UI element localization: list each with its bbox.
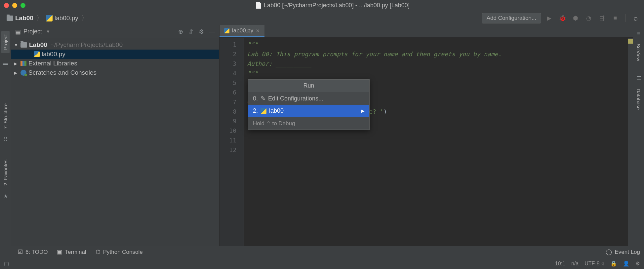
statusbar: ▢ 10:1 n/a UTF-8 ⇅ 🔒 👤 ⚙: [0, 258, 644, 269]
line-number: 1: [221, 40, 236, 49]
breadcrumb-file[interactable]: lab00.py: [55, 15, 78, 22]
python-file-icon: [46, 15, 53, 21]
rail-sciview-tab[interactable]: SciView: [636, 44, 641, 61]
line-number: 4: [221, 68, 236, 78]
inspector-icon[interactable]: 👤: [623, 260, 629, 267]
status-caret-position[interactable]: 10:1: [555, 261, 565, 267]
line-number: 8: [221, 107, 236, 116]
tree-root[interactable]: Lab00 ~/PycharmProjects/Lab00: [11, 40, 219, 50]
tree-file-lab00[interactable]: lab00.py: [11, 50, 219, 59]
main: Project ▬ 7: Structure ⠿ 2: Favorites ★ …: [0, 25, 644, 246]
window-title: Lab00 [~/PycharmProjects/Lab00] - .../la…: [25, 2, 640, 9]
chevron-down-icon[interactable]: ▼: [46, 29, 50, 34]
collapse-all-icon[interactable]: ⇵: [188, 28, 193, 35]
chevron-right-icon: ▶: [361, 108, 365, 113]
coverage-icon[interactable]: ⬢: [572, 15, 579, 22]
python-icon: ⌬: [96, 249, 101, 255]
minimize-window-button[interactable]: [12, 3, 17, 8]
file-icon: [256, 2, 261, 9]
stop-icon[interactable]: ■: [612, 15, 619, 22]
scrollbar[interactable]: [628, 38, 633, 246]
status-encoding[interactable]: UTF-8 ⇅: [584, 261, 604, 267]
run-popup: Run 0. ✎ Edit Configurations... 2. lab00…: [248, 79, 370, 130]
locate-icon[interactable]: ⊕: [178, 28, 183, 35]
gear-icon[interactable]: ⚙: [199, 28, 204, 35]
toolbar: Lab00 〉 lab00.py 〉 Add Configuration... …: [0, 11, 644, 25]
popup-edit-configurations[interactable]: 0. ✎ Edit Configurations...: [248, 92, 369, 105]
popup-run-lab00[interactable]: 2. lab00 ▶: [248, 105, 369, 117]
code-line: Author: __________: [247, 60, 312, 67]
status-line-separator[interactable]: n/a: [571, 261, 579, 267]
line-number: 11: [221, 135, 236, 145]
close-icon[interactable]: ✕: [256, 28, 260, 33]
chevron-right-icon[interactable]: [14, 61, 19, 66]
add-configuration-button[interactable]: Add Configuration...: [482, 13, 541, 23]
todo-label: 6: TODO: [25, 249, 48, 255]
toolbar-divider: [625, 14, 625, 22]
tree-root-name: Lab00: [29, 41, 47, 49]
sciview-icon: ≡: [637, 30, 640, 36]
structure-icon: ⠿: [4, 136, 8, 142]
rail-database-tab[interactable]: Database: [636, 89, 641, 110]
event-log-icon: ◯: [606, 249, 612, 255]
project-panel-title-text: Project: [23, 28, 42, 35]
rail-project-tab[interactable]: Project: [1, 31, 10, 53]
editor-tab-lab00[interactable]: lab00.py ✕: [220, 25, 264, 37]
scrollbar-warning-marker[interactable]: [628, 39, 633, 44]
window-title-text: Lab00 [~/PycharmProjects/Lab00] - .../la…: [264, 2, 410, 9]
search-icon[interactable]: ⌕: [632, 15, 639, 22]
project-panel-title[interactable]: ▤ Project ▼: [15, 28, 50, 35]
chevron-right-icon[interactable]: [14, 70, 19, 75]
tree-scratches[interactable]: Scratches and Consoles: [11, 68, 219, 77]
lock-icon[interactable]: 🔒: [610, 260, 617, 267]
tree-external-libraries[interactable]: External Libraries: [11, 59, 219, 68]
status-gear-icon[interactable]: ⚙: [635, 260, 640, 267]
run-icon[interactable]: ▶: [545, 15, 553, 22]
profile-icon[interactable]: ◔: [585, 15, 592, 22]
editor-body[interactable]: 1 2 3 4 5 6 7 8 9 10 11 12 """ Lab 00: T…: [220, 38, 633, 246]
left-tool-rail: Project ▬ 7: Structure ⠿ 2: Favorites ★: [0, 25, 11, 246]
chevron-down-icon[interactable]: [14, 43, 19, 48]
code-line: """: [247, 70, 258, 77]
status-encoding-text: UTF-8: [584, 261, 599, 266]
popup-item-label: lab00: [269, 107, 284, 114]
editor-tab-label: lab00.py: [232, 27, 253, 34]
close-window-button[interactable]: [4, 3, 9, 8]
line-number: 3: [221, 59, 236, 68]
rail-structure-tab[interactable]: 7: Structure: [3, 103, 8, 129]
event-log-tab[interactable]: ◯ Event Log: [606, 249, 640, 255]
status-show-windows-icon[interactable]: ▢: [4, 260, 9, 267]
rail-favorites-tab[interactable]: 2: Favorites: [3, 160, 8, 185]
debug-icon[interactable]: 🐞: [559, 15, 566, 22]
bottom-toolbar-left: ☑ 6: TODO ▣ Terminal ⌬ Python Console: [18, 249, 143, 255]
project-panel: ▤ Project ▼ ⊕ ⇵ ⚙ — Lab00 ~/PycharmProje…: [11, 25, 220, 246]
terminal-tab[interactable]: ▣ Terminal: [57, 249, 86, 255]
hide-panel-icon[interactable]: —: [209, 28, 215, 35]
breadcrumb-separator-end: 〉: [81, 13, 88, 23]
todo-tab[interactable]: ☑ 6: TODO: [18, 249, 48, 255]
pencil-icon: ✎: [261, 95, 265, 102]
rail-project-icon[interactable]: ▬: [3, 60, 8, 66]
terminal-icon: ▣: [57, 249, 62, 255]
terminal-label: Terminal: [65, 249, 86, 255]
project-panel-actions: ⊕ ⇵ ⚙ —: [178, 28, 215, 35]
star-icon: ★: [3, 193, 8, 199]
traffic-lights: [4, 3, 25, 8]
toolbar-right: Add Configuration... ▶ 🐞 ⬢ ◔ ⇶ ■ ⌕: [482, 13, 641, 23]
breadcrumb: Lab00 〉 lab00.py 〉: [7, 13, 89, 23]
concurrency-icon[interactable]: ⇶: [598, 15, 606, 22]
maximize-window-button[interactable]: [20, 3, 25, 8]
code-line: Lab 00: This program prompts for your na…: [247, 51, 502, 58]
line-number: 12: [221, 145, 236, 155]
editor-area: lab00.py ✕ 1 2 3 4 5 6 7 8 9 10 11 12 ""…: [220, 25, 633, 246]
breadcrumb-project[interactable]: Lab00: [15, 15, 33, 22]
statusbar-right: 10:1 n/a UTF-8 ⇅ 🔒 👤 ⚙: [555, 260, 640, 267]
project-tree: Lab00 ~/PycharmProjects/Lab00 lab00.py E…: [11, 38, 219, 79]
python-file-icon: [261, 108, 266, 114]
tree-file-name: lab00.py: [42, 51, 65, 58]
python-console-tab[interactable]: ⌬ Python Console: [96, 249, 143, 255]
code-content[interactable]: """ Lab 00: This program prompts for you…: [244, 38, 633, 246]
python-file-icon: [34, 51, 40, 57]
tree-external-label: External Libraries: [28, 60, 77, 67]
line-number: 9: [221, 116, 236, 126]
